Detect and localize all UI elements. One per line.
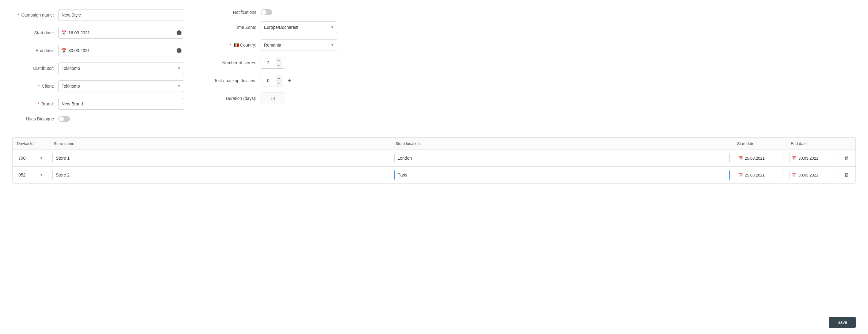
num-stores-input[interactable] — [261, 57, 276, 68]
brand-required-star: * — [37, 101, 39, 106]
col-start-date: Start date — [733, 138, 786, 149]
required-star: * — [18, 12, 19, 18]
test-devices-controls: ▲ ▼ + — [260, 75, 291, 87]
timezone-row: Time Zone: Europe/Bucharest ▼ — [209, 22, 337, 33]
test-devices-add-button[interactable]: + — [288, 77, 291, 84]
form-layout: * Campaign name: Start date: 📅 i End dat… — [12, 9, 856, 128]
store-location-input-2[interactable] — [394, 170, 730, 180]
brand-row: * Brand: — [12, 98, 184, 110]
end-date-row: End date: 📅 i — [12, 45, 184, 56]
device-select-2[interactable]: 952 — [16, 170, 46, 180]
test-devices-up-button[interactable]: ▲ — [276, 75, 282, 81]
country-required-star: * — [230, 43, 231, 47]
device-id-cell-1: 700 ▼ — [12, 150, 49, 166]
store-name-cell-2 — [49, 167, 391, 183]
start-date-input[interactable] — [58, 27, 184, 39]
table-row: 952 ▼ 📅 📅 — [12, 167, 856, 183]
country-label: * 🇷🇴 Country: — [209, 43, 260, 47]
store-location-cell-2 — [391, 167, 733, 183]
end-date-wrapper-1: 📅 — [789, 153, 837, 163]
end-date-wrapper: 📅 i — [58, 45, 184, 56]
cal-icon-2: 📅 — [738, 173, 743, 177]
uses-dialogue-slider — [58, 116, 70, 122]
device-select-1[interactable]: 700 — [16, 153, 46, 163]
notifications-row: Notifications — [209, 9, 337, 15]
test-devices-input[interactable] — [261, 75, 276, 86]
test-devices-row: Test / backup devices: ▲ ▼ + — [209, 75, 337, 87]
col-actions — [840, 138, 856, 149]
end-date-input-2[interactable] — [789, 170, 837, 180]
uses-dialogue-row: Uses Dialogue — [12, 116, 184, 122]
cal-icon-1: 📅 — [738, 156, 743, 160]
num-stores-down-button[interactable]: ▼ — [276, 63, 282, 69]
test-devices-down-button[interactable]: ▼ — [276, 81, 282, 87]
campaign-name-row: * Campaign name: — [12, 9, 184, 21]
col-store-name: Store name — [49, 138, 391, 149]
campaign-name-input[interactable] — [58, 9, 184, 21]
notifications-toggle[interactable] — [260, 9, 272, 15]
cal-icon-end-2: 📅 — [792, 173, 797, 177]
client-select[interactable]: Tokinomo — [58, 80, 184, 92]
notifications-slider — [260, 9, 272, 15]
client-required-star: * — [38, 84, 39, 89]
uses-dialogue-label: Uses Dialogue — [12, 116, 58, 121]
store-location-cell-1 — [391, 150, 733, 166]
notifications-label: Notifications — [209, 10, 260, 15]
start-date-input-1[interactable] — [736, 153, 783, 163]
store-name-input-1[interactable] — [53, 153, 388, 163]
timezone-select[interactable]: Europe/Bucharest — [260, 22, 337, 33]
start-date-row: Start date: 📅 i — [12, 27, 184, 39]
calendar-icon-end: 📅 — [61, 48, 66, 53]
action-cell-1: 🗑 — [840, 151, 856, 165]
country-flag-icon: 🇷🇴 — [234, 43, 239, 47]
duration-label: Duration (days): — [209, 96, 260, 101]
num-stores-label: Number of stores: — [209, 60, 260, 65]
action-cell-2: 🗑 — [840, 168, 856, 182]
num-stores-spinner-buttons: ▲ ▼ — [276, 57, 282, 68]
num-stores-spinner: ▲ ▼ — [260, 57, 285, 69]
store-location-input-1[interactable] — [394, 153, 730, 163]
save-button[interactable]: Save — [829, 317, 856, 328]
country-select[interactable]: Romania — [260, 39, 337, 51]
end-date-wrapper-2: 📅 — [789, 170, 837, 180]
duration-display: 14 — [260, 93, 285, 104]
cal-icon-end-1: 📅 — [792, 156, 797, 160]
end-date-input[interactable] — [58, 45, 184, 56]
client-row: * Client: Tokinomo ▼ — [12, 80, 184, 92]
delete-row-1-button[interactable]: 🗑 — [843, 154, 850, 162]
num-stores-row: Number of stores: ▲ ▼ — [209, 57, 337, 69]
distributor-select-wrapper: Tokinomo ▼ — [58, 63, 184, 74]
start-date-info-icon[interactable]: i — [177, 30, 182, 35]
store-name-input-2[interactable] — [53, 170, 388, 180]
test-devices-spinner: ▲ ▼ — [260, 75, 285, 87]
form-left: * Campaign name: Start date: 📅 i End dat… — [12, 9, 184, 128]
calendar-icon: 📅 — [61, 30, 66, 35]
page-wrapper: * Campaign name: Start date: 📅 i End dat… — [0, 0, 868, 334]
uses-dialogue-toggle[interactable] — [58, 116, 70, 122]
brand-input[interactable] — [58, 98, 184, 110]
col-end-date: End date — [786, 138, 840, 149]
end-date-input-1[interactable] — [789, 153, 837, 163]
end-date-cell-2: 📅 — [786, 167, 840, 183]
start-date-label: Start date: — [12, 30, 58, 35]
client-select-wrapper: Tokinomo ▼ — [58, 80, 184, 92]
test-devices-spinner-buttons: ▲ ▼ — [276, 75, 282, 86]
distributor-select[interactable]: Tokinomo — [58, 63, 184, 74]
duration-row: Duration (days): 14 — [209, 93, 337, 104]
col-device-id: Device Id — [12, 138, 49, 149]
delete-row-2-button[interactable]: 🗑 — [843, 171, 850, 179]
form-right: Notifications Time Zone: Europe/Buchares… — [209, 9, 337, 128]
start-date-input-2[interactable] — [736, 170, 783, 180]
device-select-wrapper-2: 952 ▼ — [16, 170, 46, 180]
end-date-info-icon[interactable]: i — [177, 48, 182, 53]
distributor-label: Distributor: — [12, 66, 58, 71]
end-date-cell-1: 📅 — [786, 150, 840, 166]
table-row: 700 ▼ 📅 📅 — [12, 150, 856, 167]
timezone-label: Time Zone: — [209, 25, 260, 30]
store-name-cell-1 — [49, 150, 391, 166]
timezone-select-wrapper: Europe/Bucharest ▼ — [260, 22, 337, 33]
campaign-name-label: * Campaign name: — [12, 12, 58, 18]
num-stores-up-button[interactable]: ▲ — [276, 57, 282, 63]
country-select-wrapper: Romania ▼ — [260, 39, 337, 51]
test-devices-label: Test / backup devices: — [209, 78, 260, 83]
